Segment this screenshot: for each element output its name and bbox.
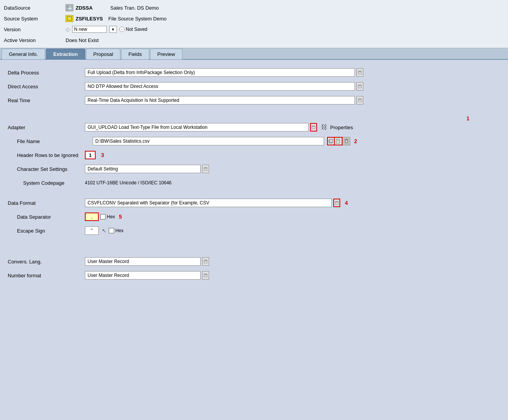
file-name-value: D:\BW\Sales Statistics.csv: [93, 137, 324, 145]
not-saved-status: − Not Saved: [119, 27, 147, 32]
svg-rect-27: [204, 274, 207, 277]
file-name-row: File Name D:\BW\Sales Statistics.csv 2: [8, 136, 500, 146]
data-separator-row: Data Separator Hex 5: [8, 212, 500, 222]
version-input[interactable]: [72, 26, 107, 33]
file-name-field: D:\BW\Sales Statistics.csv 2: [93, 137, 500, 145]
datasource-label: DataSource: [4, 5, 66, 11]
number-format-row: Number format User Master Record: [8, 270, 500, 280]
svg-rect-11: [312, 126, 315, 129]
svg-rect-5: [358, 71, 361, 74]
annotation-2: 2: [354, 138, 357, 144]
file-copy-button[interactable]: [327, 137, 335, 145]
data-format-value: CSVFLCONV Separated with Separator (for …: [85, 199, 332, 207]
char-set-value: Default Setting: [85, 165, 201, 173]
data-separator-input[interactable]: [85, 213, 99, 221]
tab-fields[interactable]: Fields: [121, 49, 149, 59]
svg-rect-7: [358, 85, 361, 88]
header-rows-row: Header Rows to be Ignored 3: [8, 150, 500, 160]
escape-sign-label: Escape Sign: [8, 228, 85, 234]
escape-sign-row: Escape Sign ↖ Hex: [8, 226, 500, 236]
tab-proposal[interactable]: Proposal: [86, 49, 120, 59]
direct-access-field: NO DTP Allowed for Direct Access: [85, 82, 500, 91]
number-format-field: User Master Record: [85, 271, 500, 280]
data-separator-field: Hex 5: [85, 213, 500, 221]
svg-rect-14: [330, 139, 333, 142]
system-codepage-field: 4102 UTF-16BE Unicode / ISO/IEC 10646: [85, 180, 500, 186]
system-codepage-row: System Codepage 4102 UTF-16BE Unicode / …: [8, 178, 500, 188]
delta-process-label: Delta Process: [8, 70, 85, 76]
svg-rect-23: [335, 201, 338, 204]
delta-process-value: Full Upload (Delta from InfoPackage Sele…: [85, 68, 355, 77]
circle-minus-icon: −: [119, 27, 125, 32]
file-name-label: File Name: [8, 138, 93, 144]
tab-extraction[interactable]: Extraction: [46, 49, 85, 59]
escape-sign-hex-checkbox[interactable]: [109, 228, 114, 233]
data-separator-hex-label: Hex: [100, 214, 115, 219]
adapter-row: Adapter GUI_UPLOAD Load Text-Type File f…: [8, 122, 500, 132]
header-rows-label: Header Rows to be Ignored: [8, 152, 85, 158]
char-set-row: Character Set Settings Default Setting: [8, 164, 500, 174]
data-format-row: Data Format CSVFLCONV Separated with Sep…: [8, 198, 500, 208]
real-time-value: Real-Time Data Acquisition Is Not Suppor…: [85, 96, 355, 105]
adapter-value: GUI_UPLOAD Load Text-Type File from Loca…: [85, 123, 309, 132]
file-delete-button[interactable]: [343, 137, 350, 145]
delta-process-field: Full Upload (Delta from InfoPackage Sele…: [85, 68, 500, 77]
properties-label: Properties: [330, 125, 353, 130]
tab-preview[interactable]: Preview: [150, 49, 182, 59]
data-separator-hex-checkbox[interactable]: [100, 214, 106, 219]
adapter-chain-icon[interactable]: ⛓: [321, 124, 327, 131]
escape-sign-input[interactable]: [85, 226, 99, 235]
svg-rect-25: [204, 260, 207, 263]
active-version-label: Active Version: [4, 37, 66, 43]
char-set-dropdown[interactable]: [202, 165, 209, 173]
datasource-value: ZDSSA: [76, 5, 93, 11]
tab-general-info[interactable]: General Info.: [2, 49, 45, 59]
convers-lang-value: User Master Record: [85, 257, 201, 266]
char-set-field: Default Setting: [85, 165, 500, 173]
file-name-buttons: [327, 137, 350, 145]
system-codepage-label: System Codepage: [8, 180, 85, 186]
source-system-desc: File Source System Demo: [108, 16, 167, 22]
system-codepage-value: 4102 UTF-16BE Unicode / ISO/IEC 10646: [85, 180, 172, 186]
active-version-value: Does Not Exist: [66, 37, 99, 43]
direct-access-value: NO DTP Allowed for Direct Access: [85, 82, 355, 91]
direct-access-dropdown[interactable]: [356, 82, 363, 91]
source-system-value: ZSFILESYS: [76, 16, 103, 22]
svg-rect-4: [68, 17, 71, 18]
header-rows-field: 3: [85, 151, 500, 159]
convers-lang-row: Convers. Lang. User Master Record: [8, 256, 500, 267]
data-format-field: CSVFLCONV Separated with Separator (for …: [85, 199, 500, 207]
file-edit-button[interactable]: [335, 137, 343, 145]
real-time-row: Real Time Real-Time Data Acquisition Is …: [8, 95, 500, 105]
number-format-dropdown[interactable]: [202, 271, 209, 280]
source-system-icon: [66, 15, 73, 22]
adapter-field: GUI_UPLOAD Load Text-Type File from Loca…: [85, 123, 500, 132]
char-set-label: Character Set Settings: [8, 166, 85, 172]
real-time-label: Real Time: [8, 98, 85, 103]
real-time-dropdown[interactable]: [356, 96, 363, 105]
version-dropdown-icon[interactable]: ▼: [109, 26, 117, 33]
data-format-dropdown[interactable]: [333, 199, 340, 207]
escape-cursor-icon: ↖: [102, 228, 106, 234]
datasource-icon: [66, 4, 73, 11]
escape-sign-hex-label: Hex: [109, 228, 123, 233]
tabs-row: General Info. Extraction Proposal Fields…: [0, 48, 508, 60]
adapter-dropdown[interactable]: [310, 123, 317, 132]
svg-rect-21: [204, 167, 207, 170]
convers-lang-field: User Master Record: [85, 257, 500, 266]
data-separator-label: Data Separator: [8, 214, 85, 220]
delta-process-dropdown[interactable]: [356, 68, 363, 77]
number-format-label: Number format: [8, 273, 85, 278]
version-diamond-icon: ◇: [66, 26, 70, 32]
main-content: Delta Process Full Upload (Delta from In…: [0, 60, 508, 292]
annotation-5: 5: [119, 214, 122, 220]
svg-rect-0: [67, 5, 72, 10]
convers-lang-label: Convers. Lang.: [8, 259, 85, 265]
annotation-1: 1: [466, 115, 469, 121]
delta-process-row: Delta Process Full Upload (Delta from In…: [8, 67, 500, 78]
svg-rect-9: [358, 99, 361, 102]
source-system-label: Source System: [4, 16, 66, 22]
header-rows-input[interactable]: [85, 151, 96, 159]
convers-lang-dropdown[interactable]: [202, 257, 209, 266]
direct-access-label: Direct Access: [8, 84, 85, 89]
